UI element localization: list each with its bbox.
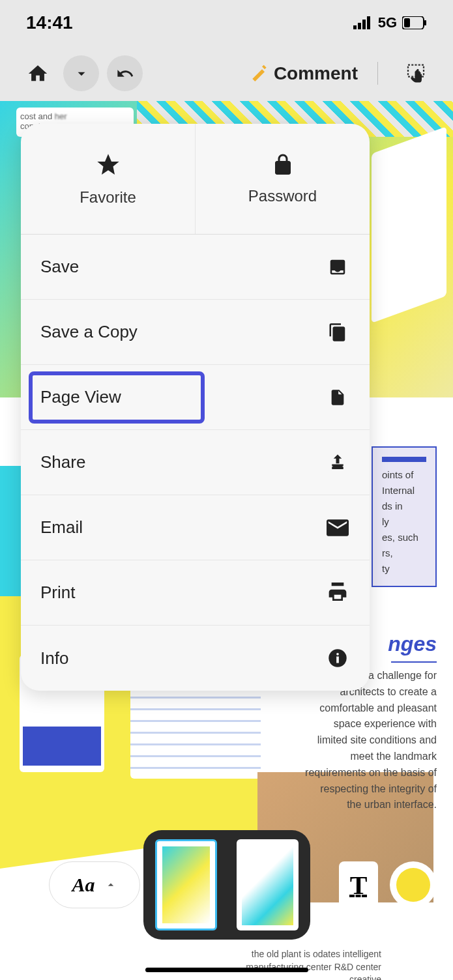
- screenshot-thumb-2[interactable]: [237, 839, 299, 930]
- svg-rect-3: [367, 16, 370, 29]
- doc-bottom-text: the old plant is odates intelligent manu…: [218, 948, 381, 980]
- battery-icon: [402, 16, 427, 29]
- status-bar: 14:41 5G: [0, 0, 453, 46]
- page-icon: [329, 388, 347, 407]
- favorite-button[interactable]: Favorite: [21, 124, 196, 234]
- text-style-button[interactable]: Aa: [49, 861, 140, 908]
- password-button[interactable]: Password: [196, 124, 370, 234]
- dropdown-button[interactable]: [63, 55, 99, 91]
- comment-button[interactable]: Comment: [249, 63, 358, 84]
- text-button[interactable]: T: [339, 861, 378, 908]
- aa-label: Aa: [72, 874, 95, 896]
- menu-save[interactable]: Save: [21, 235, 370, 300]
- screenshot-tray[interactable]: [143, 830, 310, 940]
- menu-print[interactable]: Print: [21, 560, 370, 626]
- highlighter-icon: [249, 63, 270, 84]
- chevron-down-icon: [73, 65, 90, 82]
- touch-mode-button[interactable]: [398, 55, 433, 91]
- home-icon: [27, 63, 49, 85]
- doc-heading: nges: [388, 632, 437, 656]
- bottom-bar: Aa T: [0, 830, 453, 940]
- star-icon: [95, 152, 121, 178]
- info-icon: [328, 648, 347, 668]
- menu-panel: Favorite Password Save Save a Copy Page …: [21, 124, 370, 691]
- doc-text-box: oints ofInternal ds inly es, suchrs, ty: [372, 446, 437, 587]
- highlight-box: [29, 371, 205, 424]
- color-swatch: [396, 868, 430, 902]
- svg-rect-6: [424, 20, 426, 25]
- menu-info[interactable]: Info: [21, 626, 370, 691]
- inbox-icon: [328, 257, 347, 277]
- undo-icon: [116, 65, 134, 83]
- home-indicator[interactable]: [145, 968, 308, 972]
- clock: 14:41: [26, 12, 73, 33]
- cellular-icon: [353, 16, 373, 29]
- menu-share[interactable]: Share: [21, 430, 370, 495]
- hand-icon: [404, 62, 428, 85]
- menu-save-copy[interactable]: Save a Copy: [21, 300, 370, 365]
- chevron-up-icon: [104, 878, 117, 891]
- mail-icon: [327, 519, 349, 536]
- screenshot-thumb-1[interactable]: [155, 839, 217, 930]
- color-button[interactable]: [390, 861, 437, 908]
- copy-icon: [328, 323, 347, 342]
- network-label: 5G: [378, 14, 397, 31]
- undo-button[interactable]: [107, 55, 143, 91]
- toolbar: Comment: [0, 46, 453, 101]
- lock-icon: [271, 153, 295, 177]
- print-icon: [327, 583, 349, 603]
- svg-rect-2: [362, 20, 366, 29]
- share-icon: [328, 452, 347, 473]
- menu-page-view[interactable]: Page View: [21, 365, 370, 430]
- menu-email[interactable]: Email: [21, 495, 370, 560]
- svg-rect-1: [358, 23, 361, 29]
- svg-rect-10: [336, 657, 339, 663]
- comment-label: Comment: [274, 63, 358, 84]
- svg-rect-0: [353, 25, 357, 29]
- svg-rect-5: [404, 18, 410, 27]
- svg-point-9: [336, 653, 339, 656]
- home-button[interactable]: [20, 55, 55, 91]
